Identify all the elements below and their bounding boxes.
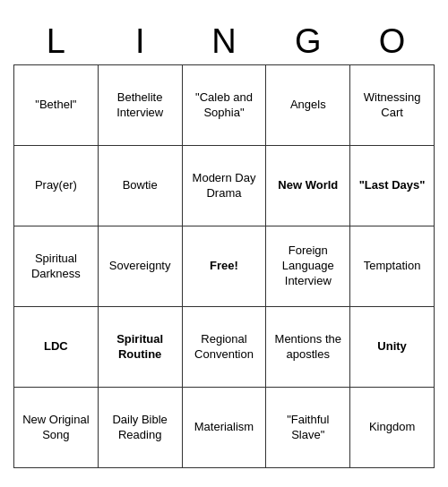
bingo-cell[interactable]: Witnessing Cart xyxy=(350,65,435,146)
bingo-cell[interactable]: Daily Bible Reading xyxy=(98,388,182,468)
bingo-cell[interactable]: Spiritual Routine xyxy=(98,307,182,388)
table-row: LDCSpiritual RoutineRegional ConventionM… xyxy=(14,307,435,388)
bingo-cell[interactable]: Foreign Language Interview xyxy=(266,226,350,307)
header-n: N xyxy=(182,19,266,65)
bingo-cell[interactable]: "Caleb and Sophia" xyxy=(182,65,266,146)
header-i: I xyxy=(98,19,182,65)
bingo-cell[interactable]: Spiritual Darkness xyxy=(14,226,99,307)
table-row: New Original SongDaily Bible ReadingMate… xyxy=(14,388,435,468)
bingo-cell[interactable]: Mentions the apostles xyxy=(266,307,350,388)
header-g: G xyxy=(266,19,350,65)
table-row: Spiritual DarknessSovereigntyFree!Foreig… xyxy=(14,226,435,307)
bingo-cell[interactable]: Modern Day Drama xyxy=(182,146,266,226)
header-l: L xyxy=(14,19,99,65)
bingo-cell[interactable]: Regional Convention xyxy=(182,307,266,388)
bingo-cell[interactable]: Temptation xyxy=(350,226,435,307)
bingo-cell[interactable]: Pray(er) xyxy=(14,146,99,226)
bingo-cell[interactable]: LDC xyxy=(14,307,99,388)
bingo-cell[interactable]: Angels xyxy=(266,65,350,146)
bingo-cell[interactable]: Free! xyxy=(182,226,266,307)
bingo-cell[interactable]: Unity xyxy=(350,307,435,388)
table-row: "Bethel"Bethelite Interview"Caleb and So… xyxy=(14,65,435,146)
bingo-cell[interactable]: New World xyxy=(266,146,350,226)
bingo-cell[interactable]: Kingdom xyxy=(350,388,435,468)
table-row: Pray(er)BowtieModern Day DramaNew World"… xyxy=(14,146,435,226)
bingo-card: L I N G O "Bethel"Bethelite Interview"Ca… xyxy=(13,19,435,468)
header-o: O xyxy=(350,19,435,65)
bingo-cell[interactable]: Sovereignty xyxy=(98,226,182,307)
bingo-body: "Bethel"Bethelite Interview"Caleb and So… xyxy=(14,65,435,468)
bingo-cell[interactable]: Bowtie xyxy=(98,146,182,226)
bingo-cell[interactable]: "Bethel" xyxy=(14,65,99,146)
bingo-cell[interactable]: Bethelite Interview xyxy=(98,65,182,146)
bingo-cell[interactable]: "Faithful Slave" xyxy=(266,388,350,468)
header-row: L I N G O xyxy=(14,19,435,65)
bingo-cell[interactable]: Materialism xyxy=(182,388,266,468)
bingo-cell[interactable]: "Last Days" xyxy=(350,146,435,226)
bingo-cell[interactable]: New Original Song xyxy=(14,388,99,468)
